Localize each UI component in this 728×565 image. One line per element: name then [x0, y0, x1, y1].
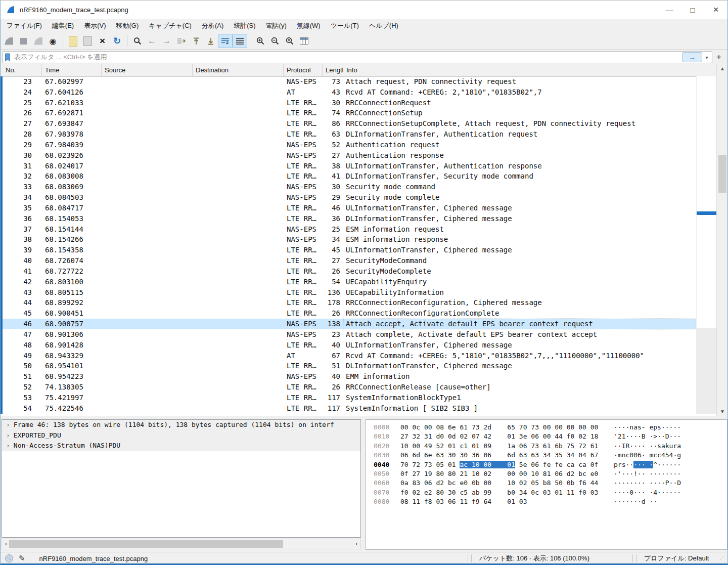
cell-length[interactable]: 29 — [323, 192, 343, 203]
cell-length[interactable]: 63 — [323, 129, 343, 140]
scroll-right-icon[interactable]: › — [352, 539, 360, 549]
cell-info[interactable]: DLInformationTransfer, Ciphered message — [343, 213, 696, 224]
menu-item[interactable]: ファイル(F) — [2, 19, 47, 33]
ascii-char[interactable]: · — [614, 442, 618, 450]
cell-destination[interactable] — [193, 224, 284, 235]
ascii-char[interactable]: · — [629, 479, 633, 487]
hex-row[interactable]: 000000 0c 00 08 6e 61 73 2d 65 70 73 00 … — [366, 423, 727, 432]
hex-byte[interactable]: 10 — [400, 442, 408, 450]
bookmark-icon[interactable] — [5, 53, 11, 62]
cell-source[interactable] — [102, 382, 193, 393]
cell-no[interactable]: 51 — [1, 371, 42, 382]
cell-destination[interactable] — [193, 98, 284, 108]
minimize-button[interactable]: — — [658, 1, 681, 19]
cell-info[interactable]: RRCConnectionRelease [cause=other] — [343, 382, 696, 393]
hex-byte[interactable]: d2 — [567, 470, 575, 477]
cell-no[interactable]: 54 — [1, 403, 42, 414]
hex-byte[interactable]: fe — [555, 461, 563, 468]
cell-source[interactable] — [102, 287, 193, 298]
hex-byte[interactable]: 49 — [424, 442, 432, 450]
cell-source[interactable] — [102, 98, 193, 108]
ascii-char[interactable]: c — [653, 451, 657, 459]
ascii-char[interactable]: > — [653, 432, 657, 440]
cell-destination[interactable] — [193, 129, 284, 140]
cell-protocol[interactable]: LTE RR… — [284, 393, 323, 403]
cell-destination[interactable] — [193, 118, 284, 129]
ascii-char[interactable]: · — [633, 432, 638, 440]
cell-time[interactable]: 68.024017 — [42, 161, 102, 171]
ascii-char[interactable]: s — [657, 423, 661, 431]
maximize-button[interactable]: □ — [681, 1, 704, 19]
ascii-char[interactable]: n — [629, 423, 633, 431]
cell-no[interactable]: 53 — [1, 393, 42, 403]
column-header[interactable]: Destination — [193, 64, 284, 76]
scroll-up-icon[interactable]: ▲ — [717, 64, 728, 73]
cell-source[interactable] — [102, 224, 193, 235]
cell-info[interactable]: EMM information — [343, 371, 696, 382]
cell-time[interactable]: 67.984039 — [42, 140, 102, 150]
cell-info[interactable]: Attach complete, Activate default EPS be… — [343, 329, 696, 340]
ascii-char[interactable]: · — [638, 461, 642, 468]
ascii-char[interactable]: a — [633, 423, 638, 431]
ascii-char[interactable]: B — [642, 432, 646, 440]
cell-no[interactable]: 26 — [1, 108, 42, 118]
filter-dropdown-caret-icon[interactable]: ▾ — [703, 55, 710, 60]
ascii-char[interactable]: a — [677, 442, 681, 450]
hex-byte[interactable]: 10 — [531, 470, 539, 477]
go-to-packet-icon[interactable] — [174, 34, 189, 48]
packet-row[interactable]: 3868.154266NAS-EPS34ESM information resp… — [1, 234, 696, 245]
ascii-char[interactable]: · — [618, 489, 622, 496]
capture-comment-icon[interactable]: ✎ — [19, 554, 25, 563]
cell-protocol[interactable]: LTE RR… — [284, 308, 323, 319]
hex-byte[interactable]: b0 — [507, 489, 515, 496]
hex-byte[interactable]: 0f — [400, 470, 408, 477]
auto-scroll-toggle-icon[interactable] — [218, 34, 233, 48]
hex-byte[interactable]: bc — [448, 479, 456, 487]
packet-row[interactable]: 2467.604126AT43Rcvd AT Command: +CEREG: … — [1, 87, 696, 98]
column-header[interactable]: No. — [1, 64, 42, 76]
cell-time[interactable]: 68.727722 — [42, 266, 102, 277]
cell-time[interactable]: 68.805115 — [42, 287, 102, 298]
cell-source[interactable] — [102, 108, 193, 118]
hex-byte[interactable]: 00 — [519, 470, 527, 477]
cell-time[interactable]: 67.983978 — [42, 129, 102, 140]
cell-time[interactable]: 67.604126 — [42, 87, 102, 98]
ascii-char[interactable]: · — [614, 470, 618, 477]
cell-source[interactable] — [102, 150, 193, 161]
ascii-char[interactable]: · — [614, 489, 618, 496]
ascii-char[interactable]: · — [629, 498, 633, 505]
ascii-char[interactable]: ' — [614, 432, 618, 440]
hex-byte[interactable]: 11 — [412, 498, 420, 505]
hex-byte[interactable]: 00 — [555, 423, 563, 431]
ascii-char[interactable]: · — [633, 489, 638, 496]
hex-byte[interactable]: 00 — [424, 423, 432, 431]
ascii-char[interactable]: · — [657, 461, 661, 468]
ascii-char[interactable]: · — [661, 432, 665, 440]
ascii-char[interactable]: P — [665, 479, 669, 487]
ascii-char[interactable]: · — [677, 423, 681, 431]
packet-row[interactable]: 4868.901428LTE RR…40ULInformationTransfe… — [1, 340, 696, 351]
hex-byte[interactable]: 52 — [436, 442, 444, 450]
hex-byte[interactable]: 6d — [412, 451, 420, 459]
cell-no[interactable]: 30 — [1, 150, 42, 161]
cell-info[interactable]: DLInformationTransfer, Ciphered message — [343, 361, 696, 371]
ascii-char[interactable]: · — [665, 470, 669, 477]
column-header[interactable]: Protocol — [284, 64, 323, 76]
cell-info[interactable]: ULInformationTransfer, Ciphered message — [343, 245, 696, 255]
cell-protocol[interactable]: LTE RR… — [284, 203, 323, 213]
ascii-char[interactable]: · — [677, 432, 681, 440]
cell-length[interactable]: 54 — [323, 277, 343, 287]
hex-byte[interactable]: 31 — [424, 432, 432, 440]
hex-byte[interactable]: bc — [578, 470, 586, 477]
cell-no[interactable]: 49 — [1, 351, 42, 361]
cell-info[interactable]: Rcvd AT Command: +CEREG: 2,"1810","01835… — [343, 87, 696, 98]
cell-time[interactable]: 68.899292 — [42, 297, 102, 308]
cell-time[interactable]: 68.083069 — [42, 182, 102, 192]
hex-row[interactable]: 002010 00 49 52 01 c1 01 09 1a 06 73 61 … — [366, 442, 727, 451]
hex-byte[interactable]: 01 — [507, 432, 515, 440]
cell-destination[interactable] — [193, 192, 284, 203]
ascii-char[interactable]: · — [677, 461, 681, 468]
hex-byte[interactable]: 21 — [460, 470, 468, 477]
hex-byte[interactable]: 75 — [567, 442, 575, 450]
hex-byte[interactable]: 34 — [519, 489, 527, 496]
